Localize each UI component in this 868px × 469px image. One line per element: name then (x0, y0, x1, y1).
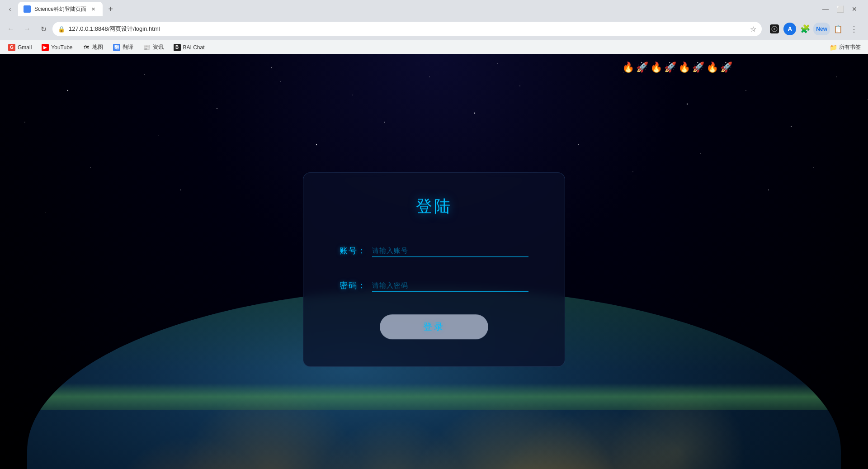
bookmark-gmail-label: Gmail (18, 44, 32, 51)
tab-title: Science科幻登陆页面 (34, 5, 86, 13)
svg-point-23 (813, 167, 814, 168)
svg-point-21 (45, 212, 45, 213)
maximize-button[interactable]: ⬜ (834, 3, 846, 15)
password-form-group: 密码： (340, 280, 528, 292)
bookmark-translate-label: 翻译 (123, 43, 133, 51)
maps-favicon: 🗺 (83, 44, 90, 51)
new-feature-button[interactable]: New (813, 23, 830, 35)
bookmark-baichat[interactable]: B BAI Chat (169, 42, 209, 53)
svg-point-22 (768, 189, 769, 190)
bookmarks-icon: 📋 (834, 25, 843, 33)
emoji-6: 🚀 (692, 62, 704, 73)
svg-point-33 (158, 135, 158, 136)
bookmark-news-label: 资讯 (153, 43, 164, 51)
close-button[interactable]: ✕ (848, 3, 861, 15)
svg-point-9 (384, 122, 385, 123)
username-input[interactable] (372, 245, 528, 257)
active-tab[interactable]: Science科幻登陆页面 ✕ (18, 2, 103, 16)
lock-icon: 🔒 (58, 26, 65, 33)
page-content: 🔥 🚀 🔥 🚀 🔥 🚀 🔥 🚀 登陆 账号： 密码： 登录 (0, 54, 868, 469)
toolbar-icons: A 🧩 New 📋 ⋮ (764, 22, 864, 36)
menu-icon: ⋮ (850, 24, 858, 34)
address-bar: ← → ↻ 🔒 127.0.0.1:8848/网页设计/login.html ☆… (0, 18, 868, 40)
username-label: 账号： (340, 245, 367, 256)
emoji-1: 🔥 (622, 62, 634, 73)
emoji-3: 🔥 (650, 62, 662, 73)
bookmark-translate[interactable]: 翻 翻译 (108, 42, 138, 53)
forward-button[interactable]: → (20, 22, 34, 36)
profile-avatar: A (783, 23, 796, 35)
bookmark-youtube-label: YouTube (51, 44, 72, 51)
profile-button[interactable]: A (783, 22, 797, 36)
new-tab-button[interactable]: + (104, 3, 117, 15)
svg-point-25 (497, 63, 498, 64)
gmail-favicon: G (8, 44, 15, 51)
bookmarks-all[interactable]: 📁 所有书签 (826, 43, 864, 51)
bookmark-star-icon[interactable]: ☆ (750, 25, 756, 33)
svg-point-15 (687, 104, 688, 104)
svg-point-8 (352, 95, 353, 95)
tab-favicon (24, 5, 31, 13)
svg-point-19 (90, 167, 91, 168)
bookmark-maps-label: 地图 (92, 43, 103, 51)
login-title: 登陆 (340, 195, 528, 218)
tab-nav-back[interactable]: ‹ (4, 3, 16, 15)
login-button[interactable]: 登录 (380, 314, 488, 339)
window-controls: — ⬜ ✕ (819, 3, 864, 15)
bookmark-gmail[interactable]: G Gmail (4, 42, 36, 53)
svg-point-2 (774, 28, 775, 30)
bookmark-youtube[interactable]: ▶ YouTube (37, 42, 77, 53)
svg-point-17 (791, 126, 792, 127)
svg-point-29 (24, 122, 25, 123)
chrome-sync-button[interactable] (767, 22, 782, 36)
menu-button[interactable]: ⋮ (846, 22, 861, 36)
browser-chrome: ‹ Science科幻登陆页面 ✕ + — ⬜ ✕ ← → ↻ 🔒 127.0.… (0, 0, 868, 54)
tab-close-button[interactable]: ✕ (90, 5, 97, 13)
svg-point-12 (519, 85, 520, 86)
address-bar-input[interactable]: 🔒 127.0.0.1:8848/网页设计/login.html ☆ (52, 22, 762, 36)
extensions-button[interactable]: 🧩 (798, 22, 812, 36)
svg-point-28 (632, 171, 633, 172)
svg-point-16 (745, 90, 746, 91)
news-favicon: 📰 (143, 44, 151, 51)
reload-button[interactable]: ↻ (36, 22, 51, 36)
new-badge-label: New (816, 26, 827, 32)
bookmark-maps[interactable]: 🗺 地图 (78, 42, 108, 53)
bookmark-baichat-label: BAI Chat (183, 44, 205, 51)
bookmarks-all-label: 所有书签 (839, 43, 861, 51)
svg-point-7 (316, 144, 317, 145)
bookmark-news[interactable]: 📰 资讯 (139, 42, 168, 53)
svg-point-20 (180, 189, 181, 190)
baichat-favicon: B (174, 44, 181, 51)
svg-point-24 (271, 67, 272, 68)
emoji-2: 🚀 (636, 62, 648, 73)
url-display: 127.0.0.1:8848/网页设计/login.html (69, 25, 746, 33)
svg-point-11 (474, 113, 475, 114)
svg-point-3 (67, 90, 68, 91)
youtube-favicon: ▶ (42, 44, 49, 51)
emoji-decoration-bar: 🔥 🚀 🔥 🚀 🔥 🚀 🔥 🚀 (622, 62, 732, 73)
bookmarks-bar: G Gmail ▶ YouTube 🗺 地图 翻 翻译 📰 资讯 B BAI C… (0, 40, 868, 54)
back-button[interactable]: ← (4, 22, 18, 36)
earth-glow (27, 383, 841, 410)
emoji-7: 🔥 (706, 62, 718, 73)
bookmarks-button[interactable]: 📋 (831, 22, 845, 36)
svg-point-13 (578, 144, 579, 145)
translate-favicon: 翻 (113, 44, 120, 51)
svg-point-18 (836, 76, 837, 77)
extensions-icon: 🧩 (800, 24, 810, 34)
tab-bar: ‹ Science科幻登陆页面 ✕ + — ⬜ ✕ (0, 0, 868, 18)
svg-point-34 (700, 153, 701, 154)
svg-point-4 (144, 74, 145, 75)
login-card: 登陆 账号： 密码： 登录 (303, 172, 565, 367)
username-form-group: 账号： (340, 245, 528, 257)
svg-point-6 (280, 81, 281, 82)
svg-point-10 (429, 76, 430, 77)
bookmarks-folder-icon: 📁 (830, 44, 837, 51)
password-label: 密码： (340, 280, 367, 291)
minimize-button[interactable]: — (819, 3, 832, 15)
emoji-8: 🚀 (720, 62, 732, 73)
password-input[interactable] (372, 280, 528, 292)
svg-point-5 (217, 108, 217, 109)
emoji-5: 🔥 (678, 62, 690, 73)
